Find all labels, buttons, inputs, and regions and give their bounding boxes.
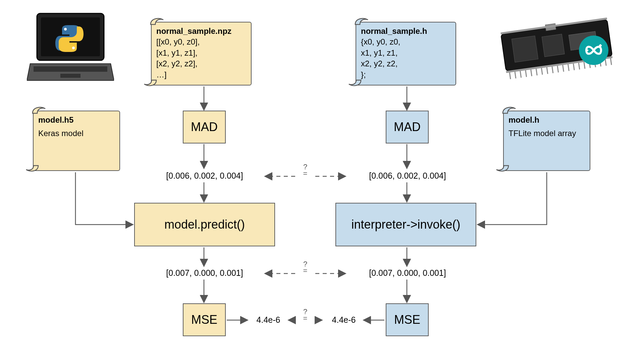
svg-line-14 — [515, 72, 516, 78]
invoke-output-right: [0.007, 0.000, 0.001] — [352, 268, 463, 278]
sample-scroll-right-line: x1, y1, z1, — [361, 48, 451, 58]
mad-output-left: [0.006, 0.002, 0.004] — [149, 171, 260, 181]
sample-scroll-left-line: …] — [156, 69, 246, 80]
mad-box-right-label: MAD — [394, 120, 421, 134]
svg-line-18 — [536, 69, 537, 75]
invoke-box: interpreter->invoke() — [335, 203, 476, 246]
mse-box-right-label: MSE — [394, 313, 420, 327]
predict-output-left: [0.007, 0.000, 0.001] — [149, 268, 260, 278]
svg-line-13 — [509, 72, 511, 79]
mse-box-right: MSE — [386, 303, 429, 336]
predict-box-label: model.predict() — [164, 218, 245, 232]
svg-line-26 — [579, 63, 580, 69]
svg-line-21 — [552, 67, 553, 73]
invoke-box-label: interpreter->invoke() — [351, 218, 460, 232]
svg-line-20 — [547, 67, 548, 74]
model-scroll-right-desc: TFLite model array — [508, 128, 585, 139]
mse-box-left: MSE — [183, 303, 226, 336]
svg-line-15 — [520, 71, 521, 78]
svg-line-19 — [541, 68, 542, 75]
svg-line-31 — [605, 59, 606, 66]
mse-output-right: 4.4e-6 — [325, 315, 362, 325]
sample-scroll-left-line: [[x0, y0, z0], — [156, 37, 246, 47]
svg-rect-5 — [60, 74, 80, 78]
sample-scroll-right-line: x2, y2, z2, — [361, 58, 451, 69]
predict-box: model.predict() — [134, 203, 275, 246]
model-scroll-right: model.h TFLite model array — [503, 111, 590, 171]
svg-line-22 — [557, 66, 558, 72]
sample-scroll-right: normal_sample.h {x0, y0, z0, x1, y1, z1,… — [356, 22, 456, 85]
model-scroll-left-desc: Keras model — [38, 128, 115, 139]
mad-box-left-label: MAD — [191, 120, 218, 134]
svg-point-2 — [64, 28, 67, 31]
sample-scroll-right-line: {x0, y0, z0, — [361, 37, 451, 47]
sample-scroll-right-line: }; — [361, 69, 451, 80]
compare-label-1: ?= — [300, 164, 310, 177]
sample-scroll-left: normal_sample.npz [[x0, y0, z0], [x1, y1… — [151, 22, 252, 85]
sample-scroll-left-line: [x2, y2, z2], — [156, 58, 246, 69]
model-scroll-right-title: model.h — [508, 115, 585, 125]
compare-label-3: ?= — [300, 308, 310, 322]
svg-point-3 — [72, 47, 75, 49]
svg-line-32 — [610, 58, 611, 65]
sample-scroll-left-title: normal_sample.npz — [156, 26, 246, 37]
mad-output-right: [0.006, 0.002, 0.004] — [352, 171, 463, 181]
compare-label-2: ?= — [300, 261, 310, 274]
svg-line-16 — [526, 70, 527, 77]
model-scroll-left: model.h5 Keras model — [33, 111, 120, 171]
sample-scroll-left-line: [x1, y1, z1], — [156, 48, 246, 58]
svg-rect-7 — [512, 36, 538, 62]
laptop-python-illustration — [27, 10, 114, 87]
mad-box-right: MAD — [386, 111, 429, 143]
mse-box-left-label: MSE — [191, 313, 217, 327]
svg-rect-8 — [542, 34, 565, 57]
arduino-board-illustration — [496, 13, 617, 80]
mad-box-left: MAD — [183, 111, 226, 143]
svg-rect-4 — [34, 66, 107, 72]
sample-scroll-right-title: normal_sample.h — [361, 26, 451, 37]
svg-line-17 — [531, 69, 532, 76]
svg-line-23 — [563, 65, 564, 72]
svg-line-27 — [584, 62, 585, 69]
svg-line-25 — [573, 64, 574, 70]
mse-output-left: 4.4e-6 — [250, 315, 287, 325]
model-scroll-left-title: model.h5 — [38, 115, 115, 125]
svg-line-24 — [568, 64, 569, 71]
